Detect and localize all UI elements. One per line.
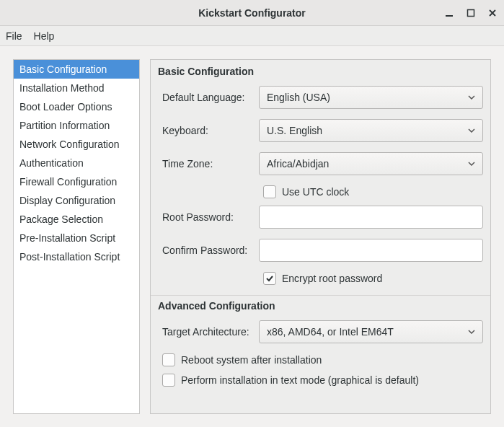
sidebar-item-package-selection[interactable]: Package Selection (14, 210, 139, 229)
row-confirm-password: Confirm Password: (158, 239, 483, 262)
root-password-input[interactable] (259, 206, 483, 229)
default-language-combo[interactable]: English (USA) (259, 86, 483, 109)
sidebar-item-pre-installation-script[interactable]: Pre-Installation Script (14, 229, 139, 247)
chevron-down-icon (468, 95, 475, 100)
advanced-config-title: Advanced Configuration (158, 300, 483, 312)
chevron-down-icon (468, 128, 475, 133)
sidebar-item-firewall-configuration[interactable]: Firewall Configuration (14, 172, 139, 191)
row-timezone: Time Zone: Africa/Abidjan (158, 152, 483, 175)
menu-file[interactable]: File (6, 30, 22, 42)
target-arch-combo[interactable]: x86, AMD64, or Intel EM64T (259, 320, 483, 343)
row-root-password: Root Password: (158, 206, 483, 229)
timezone-label: Time Zone: (158, 158, 252, 170)
chevron-down-icon (468, 162, 475, 166)
titlebar-controls (443, 0, 498, 25)
row-target-arch: Target Architecture: x86, AMD64, or Inte… (158, 320, 483, 343)
default-language-value: English (USA) (267, 92, 330, 103)
confirm-password-label: Confirm Password: (158, 245, 252, 256)
minimize-icon[interactable] (443, 7, 455, 19)
sidebar-item-authentication[interactable]: Authentication (14, 154, 139, 172)
basic-config-title: Basic Configuration (158, 66, 483, 77)
text-mode-checkbox[interactable] (162, 374, 175, 387)
window-title: Kickstart Configurator (198, 7, 306, 19)
target-arch-label: Target Architecture: (158, 326, 252, 338)
main-panel: Basic Configuration Default Language: En… (150, 59, 491, 414)
basic-config-group: Basic Configuration Default Language: En… (151, 61, 490, 296)
target-arch-value: x86, AMD64, or Intel EM64T (267, 326, 394, 338)
titlebar: Kickstart Configurator (0, 0, 504, 26)
sidebar-item-post-installation-script[interactable]: Post-Installation Script (14, 247, 139, 266)
sidebar-item-display-configuration[interactable]: Display Configuration (14, 191, 139, 210)
sidebar: Basic Configuration Installation Method … (13, 59, 140, 414)
row-use-utc: Use UTC clock (158, 185, 483, 198)
sidebar-item-network-configuration[interactable]: Network Configuration (14, 135, 139, 154)
row-reboot: Reboot system after installation (158, 353, 483, 366)
confirm-password-input[interactable] (259, 239, 483, 262)
close-icon[interactable] (487, 7, 498, 19)
advanced-config-group: Advanced Configuration Target Architectu… (151, 296, 490, 397)
timezone-combo[interactable]: Africa/Abidjan (259, 152, 483, 175)
row-encrypt-root: Encrypt root password (158, 272, 483, 285)
reboot-label: Reboot system after installation (181, 354, 322, 366)
text-mode-label: Perform installation in text mode (graph… (181, 374, 419, 386)
menu-help[interactable]: Help (34, 30, 55, 42)
svg-rect-1 (468, 9, 474, 16)
default-language-label: Default Language: (158, 92, 252, 103)
keyboard-label: Keyboard: (158, 125, 252, 136)
menubar: File Help (0, 26, 504, 46)
sidebar-item-basic-configuration[interactable]: Basic Configuration (14, 60, 139, 79)
use-utc-checkbox[interactable] (263, 185, 276, 198)
svg-rect-0 (446, 15, 453, 17)
maximize-icon[interactable] (465, 7, 477, 19)
reboot-checkbox[interactable] (162, 353, 175, 366)
row-default-language: Default Language: English (USA) (158, 86, 483, 109)
keyboard-value: U.S. English (267, 125, 322, 136)
root-password-label: Root Password: (158, 211, 252, 223)
content: Basic Configuration Installation Method … (0, 46, 504, 427)
keyboard-combo[interactable]: U.S. English (259, 119, 483, 142)
sidebar-item-installation-method[interactable]: Installation Method (14, 79, 139, 97)
use-utc-label: Use UTC clock (282, 186, 349, 198)
encrypt-root-label: Encrypt root password (282, 273, 382, 284)
encrypt-root-checkbox[interactable] (263, 272, 276, 285)
chevron-down-icon (468, 330, 475, 334)
timezone-value: Africa/Abidjan (267, 158, 329, 170)
sidebar-item-partition-information[interactable]: Partition Information (14, 116, 139, 135)
row-text-mode: Perform installation in text mode (graph… (158, 374, 483, 387)
sidebar-item-boot-loader-options[interactable]: Boot Loader Options (14, 97, 139, 116)
row-keyboard: Keyboard: U.S. English (158, 119, 483, 142)
